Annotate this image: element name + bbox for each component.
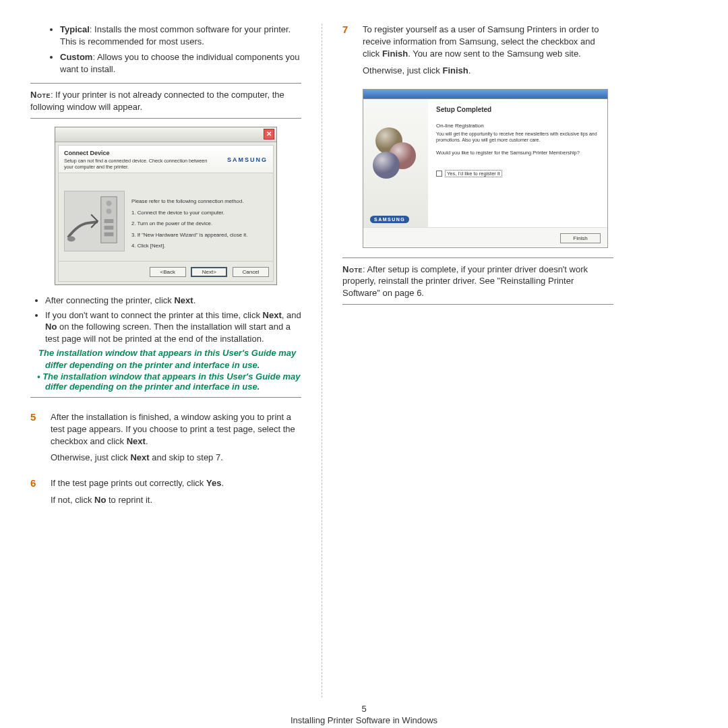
- step-5: 5 After the installation is finished, a …: [30, 411, 301, 468]
- registration-subhead: On-line Registration: [436, 123, 599, 129]
- typical-label: Typical: [60, 24, 90, 34]
- note-body: : After setup is complete, if your print…: [342, 264, 588, 298]
- step-6: 6 If the test page prints out correctly,…: [30, 477, 301, 510]
- svg-rect-3: [104, 219, 114, 223]
- svg-point-9: [373, 152, 400, 179]
- install-type-custom: Custom: Allows you to choose the individ…: [60, 51, 301, 75]
- spheres-icon: [370, 123, 421, 184]
- typical-text: : Installs the most common software for …: [60, 24, 291, 47]
- green-disclaimer: The installation window that appears in …: [33, 347, 301, 371]
- skip-connect: If you don't want to connect the printer…: [45, 309, 301, 345]
- connection-illustration: [64, 191, 125, 251]
- custom-text: : Allows you to choose the individual co…: [60, 52, 300, 74]
- column-divider: [322, 24, 322, 698]
- dialog-heading: Setup Completed: [436, 106, 599, 113]
- after-connect-list: After connecting the printer, click Next…: [30, 295, 301, 371]
- install-type-list: Typical: Installs the most common softwa…: [30, 24, 301, 75]
- cancel-button[interactable]: Cancel: [233, 267, 269, 277]
- svg-point-1: [107, 201, 112, 206]
- custom-label: Custom: [60, 52, 92, 62]
- rule: [30, 397, 301, 398]
- svg-point-6: [67, 237, 75, 242]
- connect-device-dialog: ✕ Connect Device Setup can not find a co…: [55, 127, 277, 285]
- note-prefix: Note: [30, 90, 51, 100]
- page-number: 5: [0, 704, 728, 714]
- step-number: 6: [30, 477, 42, 510]
- close-icon[interactable]: ✕: [264, 129, 274, 140]
- svg-rect-5: [104, 233, 114, 237]
- registration-desc: You will get the opportunity to receive …: [436, 131, 599, 143]
- checkbox-label: Yes, I'd like to register it: [445, 170, 502, 177]
- finish-button[interactable]: Finish: [560, 233, 601, 243]
- step-2: 2. Turn on the power of the device.: [131, 220, 247, 228]
- rule: [342, 257, 613, 258]
- samsung-logo: SAMSUNG: [370, 216, 409, 223]
- after-connect-next: After connecting the printer, click Next…: [45, 295, 301, 307]
- note-not-connected: Note: If your printer is not already con…: [30, 88, 301, 115]
- setup-completed-dialog: SAMSUNG Setup Completed On-line Registra…: [363, 89, 608, 248]
- dialog-titlebar: ✕: [55, 127, 276, 142]
- samsung-logo: SAMSUNG: [227, 156, 268, 163]
- left-column: Typical: Installs the most common softwa…: [30, 24, 319, 698]
- chapter-title: Installing Printer Software in Windows: [0, 715, 728, 725]
- register-checkbox[interactable]: Yes, I'd like to register it: [436, 171, 599, 177]
- page-footer: 5 Installing Printer Software in Windows: [0, 704, 728, 725]
- note-prefix: Note: [342, 264, 363, 274]
- right-column: 7 To register yourself as a user of Sams…: [325, 24, 613, 698]
- green-disclaimer: • The installation window that appears i…: [30, 371, 301, 392]
- note-body: : If your printer is not already connect…: [30, 90, 284, 112]
- svg-rect-4: [104, 226, 114, 230]
- note-reinstall: Note: After setup is complete, if your p…: [342, 262, 613, 302]
- install-type-typical: Typical: Installs the most common softwa…: [60, 24, 301, 47]
- step-number: 5: [30, 411, 42, 468]
- dialog-titlebar: [363, 90, 607, 99]
- step-1: 1. Connect the device to your computer.: [131, 209, 247, 217]
- step-3: 3. If "New Hardware Wizard" is appeared,…: [131, 231, 247, 239]
- dialog-subtext: Setup can not find a connected device. C…: [64, 158, 212, 170]
- svg-point-2: [107, 209, 112, 214]
- step-number: 7: [342, 24, 355, 81]
- rule: [30, 118, 301, 119]
- step-4: 4. Click [Next].: [131, 242, 247, 250]
- registration-question: Would you like to register for the Samsu…: [436, 150, 599, 156]
- checkbox-icon[interactable]: [436, 171, 442, 177]
- next-button[interactable]: Next>: [191, 267, 227, 277]
- back-button[interactable]: <Back: [150, 267, 186, 277]
- step-7: 7 To register yourself as a user of Sams…: [342, 24, 613, 81]
- rule: [342, 304, 613, 305]
- dialog-heading: Connect Device: [64, 150, 212, 156]
- steps-intro: Please refer to the following connection…: [131, 198, 247, 206]
- rule: [30, 83, 301, 84]
- dialog-sidebar: SAMSUNG: [363, 99, 428, 227]
